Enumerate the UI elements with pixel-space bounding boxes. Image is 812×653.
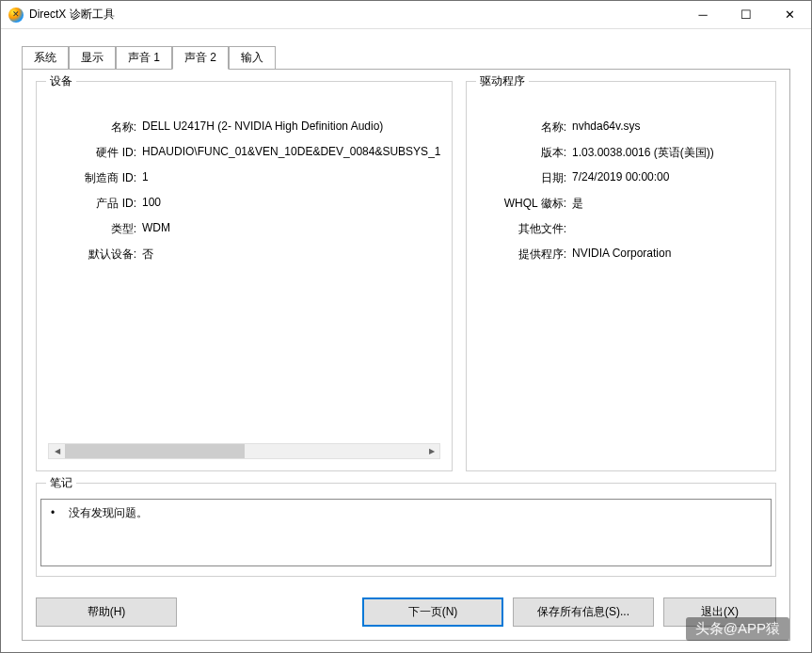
tab-sound-2[interactable]: 声音 2 — [172, 46, 229, 70]
scroll-right-icon[interactable]: ▶ — [423, 444, 439, 458]
driver-legend: 驱动程序 — [476, 73, 529, 89]
driver-value: 是 — [572, 196, 764, 212]
horizontal-scrollbar[interactable]: ◀ ▶ — [48, 443, 440, 459]
maximize-button[interactable]: ☐ — [724, 1, 768, 28]
save-all-button[interactable]: 保存所有信息(S)... — [513, 597, 654, 627]
titlebar: DirectX 诊断工具 ─ ☐ ✕ — [1, 1, 811, 29]
device-row: 产品 ID:100 — [48, 196, 440, 212]
driver-label: 日期: — [478, 170, 572, 186]
bullet-icon: • — [51, 506, 66, 519]
device-label: 制造商 ID: — [48, 170, 142, 186]
driver-value: NVIDIA Corporation — [572, 247, 764, 263]
device-label: 硬件 ID: — [48, 145, 142, 161]
app-icon — [8, 8, 24, 23]
driver-value: 1.03.0038.0016 (英语(美国)) — [572, 145, 764, 161]
driver-row: 版本:1.03.0038.0016 (英语(美国)) — [478, 145, 764, 161]
device-value: DELL U2417H (2- NVIDIA High Definition A… — [142, 119, 440, 135]
driver-row: 名称:nvhda64v.sys — [478, 119, 764, 135]
device-label: 类型: — [48, 221, 142, 237]
tab-display[interactable]: 显示 — [69, 46, 116, 70]
device-group: 设备 名称:DELL U2417H (2- NVIDIA High Defini… — [36, 81, 453, 471]
notes-text: 没有发现问题。 — [69, 506, 148, 519]
exit-button[interactable]: 退出(X) — [663, 597, 776, 627]
driver-label: 其他文件: — [478, 221, 572, 237]
device-value: 1 — [142, 170, 440, 186]
minimize-button[interactable]: ─ — [681, 1, 724, 28]
device-value: HDAUDIO\FUNC_01&VEN_10DE&DEV_0084&SUBSYS… — [142, 145, 440, 161]
device-legend: 设备 — [46, 73, 76, 89]
device-row: 类型:WDM — [48, 221, 440, 237]
driver-row: WHQL 徽标:是 — [478, 196, 764, 212]
device-row: 默认设备:否 — [48, 247, 440, 263]
driver-row: 提供程序:NVIDIA Corporation — [478, 247, 764, 263]
device-value: 100 — [142, 196, 440, 212]
driver-label: 版本: — [478, 145, 572, 161]
device-value: 否 — [142, 247, 440, 263]
device-row: 名称:DELL U2417H (2- NVIDIA High Definitio… — [48, 119, 440, 135]
driver-label: 名称: — [478, 119, 572, 135]
device-row: 制造商 ID:1 — [48, 170, 440, 186]
scroll-thumb[interactable] — [65, 444, 245, 458]
help-button[interactable]: 帮助(H) — [36, 597, 177, 627]
driver-label: 提供程序: — [478, 247, 572, 263]
tab-panel: 设备 名称:DELL U2417H (2- NVIDIA High Defini… — [22, 69, 790, 641]
device-row: 硬件 ID:HDAUDIO\FUNC_01&VEN_10DE&DEV_0084&… — [48, 145, 440, 161]
device-value: WDM — [142, 221, 440, 237]
driver-group: 驱动程序 名称:nvhda64v.sys版本:1.03.0038.0016 (英… — [466, 81, 776, 471]
driver-value — [572, 221, 764, 237]
driver-row: 日期:7/24/2019 00:00:00 — [478, 170, 764, 186]
driver-label: WHQL 徽标: — [478, 196, 572, 212]
notes-group: 笔记 • 没有发现问题。 — [36, 483, 776, 577]
tab-input[interactable]: 输入 — [229, 46, 276, 70]
device-label: 名称: — [48, 119, 142, 135]
window-title: DirectX 诊断工具 — [29, 7, 681, 23]
tab-system[interactable]: 系统 — [22, 46, 69, 70]
next-page-button[interactable]: 下一页(N) — [362, 597, 503, 627]
notes-legend: 笔记 — [46, 475, 76, 491]
driver-row: 其他文件: — [478, 221, 764, 237]
device-label: 产品 ID: — [48, 196, 142, 212]
tab-sound-1[interactable]: 声音 1 — [116, 46, 172, 70]
driver-value: 7/24/2019 00:00:00 — [572, 170, 764, 186]
scroll-left-icon[interactable]: ◀ — [49, 444, 65, 458]
close-button[interactable]: ✕ — [768, 1, 811, 28]
device-label: 默认设备: — [48, 247, 142, 263]
driver-value: nvhda64v.sys — [572, 119, 764, 135]
tab-bar: 系统 显示 声音 1 声音 2 输入 — [22, 46, 790, 70]
notes-textbox[interactable]: • 没有发现问题。 — [40, 499, 772, 566]
